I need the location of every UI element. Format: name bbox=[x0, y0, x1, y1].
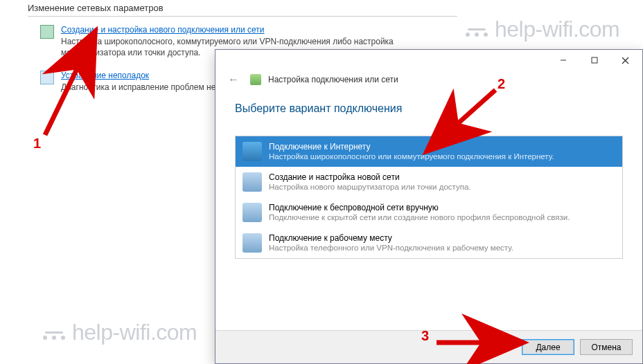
dialog-title: Настройка подключения или сети bbox=[268, 75, 398, 84]
watermark: help-wifi.com bbox=[42, 318, 197, 345]
wifi-icon bbox=[243, 203, 262, 222]
minimize-button[interactable] bbox=[547, 51, 579, 70]
option-desc: Настройка нового маршрутизатора или точк… bbox=[269, 183, 471, 191]
maximize-button[interactable] bbox=[579, 51, 610, 70]
watermark: help-wifi.com bbox=[464, 15, 619, 42]
annot-number-2: 2 bbox=[497, 76, 505, 92]
back-arrow-icon[interactable]: ← bbox=[224, 72, 243, 87]
annot-number-1: 1 bbox=[33, 136, 41, 152]
option-desc: Настройка телефонного или VPN-подключени… bbox=[269, 244, 513, 252]
option-title: Создание и настройка новой сети bbox=[269, 172, 471, 182]
option-new-network[interactable]: Создание и настройка новой сети Настройк… bbox=[236, 167, 622, 197]
network-add-icon bbox=[40, 25, 54, 39]
globe-icon bbox=[243, 142, 262, 161]
building-icon bbox=[243, 233, 262, 253]
option-internet[interactable]: Подключение к Интернету Настройка широко… bbox=[236, 136, 622, 167]
svg-rect-1 bbox=[592, 57, 597, 63]
setup-new-connection-link[interactable]: Создание и настройка нового подключения … bbox=[61, 25, 265, 35]
section-heading: Изменение сетевых параметров bbox=[28, 3, 457, 17]
option-title: Подключение к Интернету bbox=[269, 142, 554, 152]
option-title: Подключение к беспроводной сети вручную bbox=[269, 203, 570, 212]
titlebar bbox=[215, 50, 642, 71]
option-desc: Настройка широкополосного или коммутируе… bbox=[269, 152, 554, 161]
option-workplace[interactable]: Подключение к рабочему месту Настройка т… bbox=[236, 228, 622, 258]
cancel-button[interactable]: Отмена bbox=[580, 339, 633, 355]
troubleshoot-icon bbox=[40, 71, 54, 84]
troubleshoot-link[interactable]: Устранение неполадок bbox=[61, 71, 149, 80]
connection-options-list: Подключение к Интернету Настройка широко… bbox=[235, 136, 623, 259]
next-button[interactable]: Далее bbox=[522, 339, 574, 355]
close-button[interactable] bbox=[610, 51, 641, 70]
dialog-header: ← Настройка подключения или сети bbox=[215, 71, 642, 93]
option-desc: Подключение к скрытой сети или создание … bbox=[269, 213, 570, 221]
dialog-heading: Выберите вариант подключения bbox=[235, 102, 623, 115]
option-wireless-manual[interactable]: Подключение к беспроводной сети вручную … bbox=[236, 197, 622, 228]
wizard-icon bbox=[250, 74, 261, 85]
option-title: Подключение к рабочему месту bbox=[269, 233, 513, 243]
annot-number-3: 3 bbox=[421, 328, 429, 344]
connection-wizard-dialog: ← Настройка подключения или сети Выберит… bbox=[215, 49, 643, 364]
router-icon bbox=[243, 172, 262, 192]
